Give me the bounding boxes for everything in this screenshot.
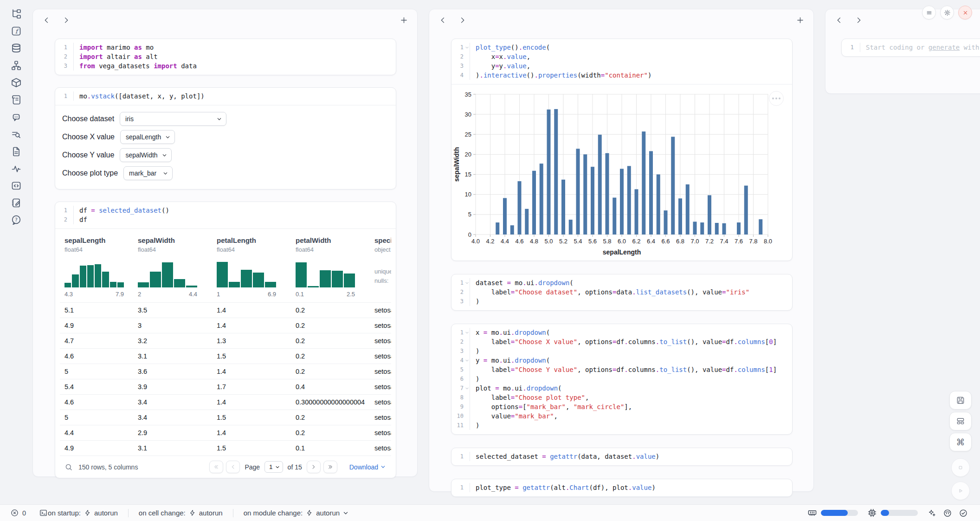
status-bar: 0 on startup: autorun on cell change: au… (0, 504, 980, 521)
cell-imports[interactable]: 123import marimo as moimport altair as a… (55, 39, 396, 75)
table-row[interactable]: 5.13.51.40.2setosa (60, 302, 391, 318)
sidebar-item-datasources[interactable] (8, 42, 24, 55)
svg-text:20: 20 (465, 151, 471, 158)
plot-type-select[interactable]: mark_bar (123, 166, 173, 180)
last-page-button[interactable] (323, 461, 337, 473)
on-startup-mode[interactable]: on startup: autorun (48, 509, 118, 517)
cell-xy-plot-dropdowns[interactable]: 1234567891011x = mo.ui.dropdown( label="… (451, 324, 793, 435)
code-editor[interactable]: 1selected_dataset = getattr(data, datase… (451, 448, 792, 465)
table-column-header[interactable]: speciesobjectunique:nulls: (370, 229, 391, 302)
sidebar-item-variables[interactable]: f (8, 25, 24, 38)
notebook-column-1: 123import marimo as moimport altair as a… (32, 9, 418, 477)
code-editor[interactable]: 1234567891011x = mo.ui.dropdown( label="… (451, 324, 792, 434)
sidebar-item-ai-chat[interactable] (8, 111, 24, 124)
table-summary: 150 rows, 5 columns (78, 463, 138, 471)
svg-text:5.6: 5.6 (588, 238, 597, 245)
page-number-select[interactable]: 1 (264, 461, 283, 473)
package-icon (11, 77, 22, 88)
sidebar-item-logs[interactable] (8, 93, 24, 106)
add-column-button[interactable] (794, 14, 806, 26)
table-column-header[interactable]: petalLengthfloat6416.9 (212, 229, 291, 302)
prev-page-button[interactable] (226, 461, 240, 473)
terminal-button[interactable] (39, 508, 48, 517)
add-column-button[interactable] (398, 14, 410, 26)
sidebar-item-documentation[interactable] (8, 145, 24, 158)
settings-button[interactable] (940, 6, 954, 20)
table-row[interactable]: 4.931.40.2setosa (60, 318, 391, 333)
ai-assist-button[interactable] (927, 508, 936, 518)
bar-chart[interactable]: 4.04.24.44.64.85.05.25.45.65.86.06.26.46… (453, 87, 792, 260)
column-2-header (429, 9, 813, 31)
code-editor-placeholder[interactable]: 1Start coding or generate with AI (842, 39, 980, 56)
sidebar-item-dependency-graph[interactable] (8, 59, 24, 72)
download-button[interactable]: Download (349, 463, 386, 471)
code-editor[interactable]: 1mo.vstack([dataset, x, y, plot]) (55, 88, 396, 105)
chatbot-icon (11, 111, 22, 123)
sidebar-item-file-explorer[interactable] (8, 7, 24, 20)
code-editor[interactable]: 123import marimo as moimport altair as a… (55, 39, 396, 75)
svg-text:f: f (15, 28, 19, 35)
svg-text:25: 25 (465, 131, 471, 138)
cell-selected-dataset[interactable]: 1selected_dataset = getattr(data, datase… (451, 448, 793, 466)
svg-text:7.6: 7.6 (735, 238, 743, 245)
stop-button[interactable] (951, 458, 970, 477)
cell-vstack-ui[interactable]: 1mo.vstack([dataset, x, y, plot]) Choose… (55, 87, 396, 189)
code-editor[interactable]: 12df = selected_dataset()df (55, 202, 396, 228)
first-page-button[interactable] (209, 461, 223, 473)
cell-dataframe[interactable]: 12df = selected_dataset()df sepalLengthf… (55, 202, 396, 478)
cell-plot[interactable]: 1234plot_type().encode( x=x.value, y=y.v… (451, 39, 793, 261)
move-column-right-button[interactable] (456, 14, 468, 26)
move-column-left-button[interactable] (40, 14, 52, 26)
table-row[interactable]: 4.63.41.40.30000000000000004setosa (60, 394, 391, 410)
code-editor[interactable]: 123dataset = mo.ui.dropdown( label="Choo… (451, 274, 792, 310)
layout-button[interactable] (949, 412, 972, 430)
x-value-select[interactable]: sepalLength (120, 130, 175, 144)
cell-plot-type[interactable]: 1plot_type = getattr(alt.Chart(df), plot… (451, 479, 793, 497)
table-row[interactable]: 4.73.21.30.2setosa (60, 333, 391, 348)
shutdown-button[interactable] (958, 6, 972, 20)
sidebar-item-scratchpad[interactable] (8, 196, 24, 209)
dataset-select[interactable]: iris (120, 112, 226, 126)
sidebar-item-tracing[interactable] (8, 162, 24, 175)
move-column-right-button[interactable] (852, 14, 864, 26)
y-value-select[interactable]: sepalWidth (120, 148, 172, 162)
svg-text:7.8: 7.8 (749, 238, 757, 245)
table-row[interactable]: 4.63.11.50.2setosa (60, 348, 391, 364)
bolt-icon (84, 509, 91, 516)
search-icon[interactable] (64, 463, 73, 471)
next-page-button[interactable] (307, 461, 321, 473)
pagination: Page 1 of 15 Download (209, 461, 386, 473)
code-editor[interactable]: 1234plot_type().encode( x=x.value, y=y.v… (451, 39, 792, 84)
table-column-header[interactable]: sepalLengthfloat644.37.9 (60, 229, 133, 302)
sidebar-item-help[interactable]: ? (8, 214, 24, 227)
cell-new-empty[interactable]: 1Start coding or generate with AI (841, 39, 980, 57)
cell-dataset-dropdown[interactable]: 123dataset = mo.ui.dropdown( label="Choo… (451, 274, 793, 311)
chart-menu-button[interactable] (769, 91, 784, 106)
table-row[interactable]: 5.43.91.70.4setosa (60, 379, 391, 394)
svg-text:30: 30 (465, 111, 471, 118)
move-column-left-button[interactable] (437, 14, 449, 26)
dropdown-row-x: Choose X value sepalLength (62, 130, 389, 144)
move-column-right-button[interactable] (60, 14, 72, 26)
table-column-header[interactable]: petalWidthfloat640.12.5 (291, 229, 370, 302)
code-editor[interactable]: 1plot_type = getattr(alt.Chart(df), plot… (451, 479, 792, 496)
errors-indicator[interactable]: 0 (10, 508, 26, 517)
sidebar-item-outline-search[interactable] (8, 128, 24, 141)
copilot-button[interactable] (943, 508, 952, 518)
sidebar-item-packages[interactable] (8, 76, 24, 89)
table-row[interactable]: 4.93.11.50.1setosa (60, 440, 391, 456)
move-column-left-button[interactable] (833, 14, 845, 26)
sidebar-item-snippets[interactable] (8, 179, 24, 192)
on-cell-change-mode[interactable]: on cell change: autorun (139, 509, 223, 517)
on-module-change-mode[interactable]: on module change: autorun (244, 509, 348, 517)
table-row[interactable]: 53.41.50.2setosa (60, 410, 391, 425)
table-column-header[interactable]: sepalWidthfloat6424.4 (133, 229, 212, 302)
command-palette-button[interactable]: ⌘ (949, 433, 972, 451)
menu-button[interactable] (922, 6, 936, 20)
svg-text:35: 35 (465, 91, 471, 98)
table-row[interactable]: 4.42.91.40.2setosa (60, 425, 391, 440)
run-button[interactable] (951, 482, 970, 500)
connection-status-button[interactable] (959, 508, 968, 518)
save-button[interactable] (949, 391, 972, 410)
table-row[interactable]: 53.61.40.2setosa (60, 364, 391, 379)
